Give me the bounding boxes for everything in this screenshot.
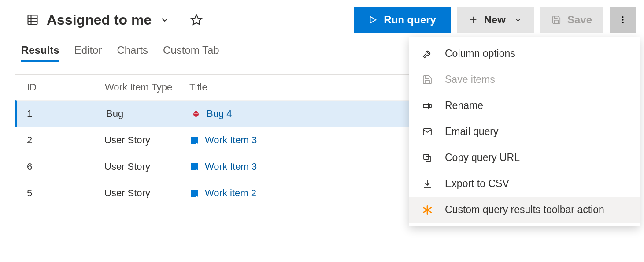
svg-point-12 <box>194 112 195 113</box>
tab-results[interactable]: Results <box>21 44 59 62</box>
user-story-icon <box>189 135 200 146</box>
wrench-icon <box>421 49 433 59</box>
cell-type: Bug <box>95 101 179 127</box>
save-icon <box>421 75 433 85</box>
run-query-label: Run query <box>384 14 436 26</box>
menu-label: Export to CSV <box>445 177 509 191</box>
menu-label: Rename <box>445 99 483 112</box>
column-type[interactable]: Work Item Type <box>93 75 178 100</box>
tab-custom[interactable]: Custom Tab <box>163 44 219 62</box>
menu-label: Custom query results toolbar action <box>445 203 604 217</box>
cell-type: User Story <box>93 127 178 153</box>
cell-type: User Story <box>93 153 178 180</box>
more-actions-button[interactable] <box>610 7 636 33</box>
svg-line-15 <box>195 111 196 112</box>
menu-export-csv[interactable]: Export to CSV <box>409 171 640 197</box>
cell-id: 5 <box>15 187 93 199</box>
svg-marker-5 <box>370 17 376 23</box>
copy-icon <box>421 153 433 163</box>
work-item-link[interactable]: Bug 4 <box>207 108 232 120</box>
bug-icon <box>191 109 201 119</box>
svg-point-9 <box>622 19 623 20</box>
tab-editor[interactable]: Editor <box>74 44 102 62</box>
asterisk-icon <box>421 204 433 216</box>
rename-icon <box>421 101 433 111</box>
menu-label: Copy query URL <box>445 151 520 165</box>
chevron-down-icon <box>514 15 522 24</box>
plus-icon <box>468 15 478 25</box>
play-icon <box>368 15 378 25</box>
new-button[interactable]: New <box>457 7 534 33</box>
menu-save-items: Save items <box>409 67 640 93</box>
save-button: Save <box>540 7 603 33</box>
run-query-button[interactable]: Run query <box>354 7 451 33</box>
menu-column-options[interactable]: Column options <box>409 41 640 67</box>
more-actions-menu: Column options Save items Rename Email q… <box>409 37 640 226</box>
work-item-link[interactable]: Work item 2 <box>205 187 256 199</box>
new-label: New <box>484 14 506 26</box>
svg-rect-0 <box>28 15 37 25</box>
menu-label: Save items <box>445 73 495 86</box>
column-id[interactable]: ID <box>15 82 93 93</box>
svg-point-10 <box>622 22 623 23</box>
work-item-link[interactable]: Work Item 3 <box>205 135 257 146</box>
toolbar-actions: Run query New Save <box>354 7 644 33</box>
svg-marker-4 <box>192 15 202 24</box>
menu-label: Column options <box>445 47 515 60</box>
query-list-icon <box>26 14 39 26</box>
menu-email-query[interactable]: Email query <box>409 119 640 145</box>
cell-id: 6 <box>15 161 93 172</box>
cell-id: 2 <box>15 135 93 146</box>
user-story-icon <box>189 161 200 172</box>
save-label: Save <box>567 14 592 26</box>
menu-custom-action[interactable]: Custom query results toolbar action <box>409 197 640 223</box>
user-story-icon <box>189 188 200 198</box>
svg-point-13 <box>196 112 197 113</box>
save-icon <box>551 15 561 25</box>
header-left: Assigned to me <box>26 12 203 28</box>
cell-id: 1 <box>17 108 95 120</box>
favorite-star-icon[interactable] <box>190 14 203 26</box>
download-icon <box>421 179 433 189</box>
svg-rect-17 <box>423 104 429 108</box>
svg-point-8 <box>622 16 623 18</box>
svg-line-16 <box>196 111 197 112</box>
page-title: Assigned to me <box>47 12 152 28</box>
menu-copy-url[interactable]: Copy query URL <box>409 145 640 171</box>
mail-icon <box>421 127 433 137</box>
chevron-down-icon[interactable] <box>159 15 170 25</box>
cell-type: User Story <box>93 180 178 206</box>
svg-rect-18 <box>429 104 431 108</box>
more-vertical-icon <box>618 15 628 25</box>
tab-charts[interactable]: Charts <box>117 44 148 62</box>
menu-label: Email query <box>445 125 498 138</box>
svg-point-11 <box>193 112 199 117</box>
work-item-link[interactable]: Work Item 3 <box>205 161 257 172</box>
toolbar: Assigned to me Run query New <box>0 0 644 32</box>
menu-rename[interactable]: Rename <box>409 93 640 119</box>
